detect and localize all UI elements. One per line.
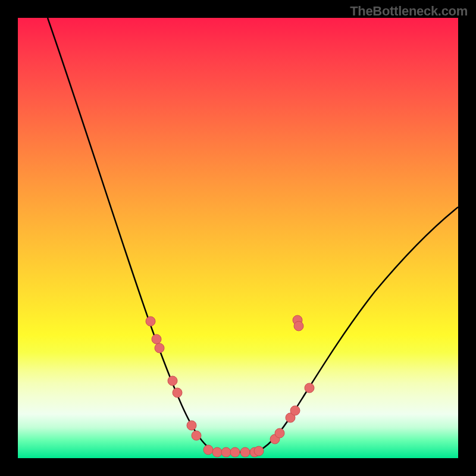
data-point bbox=[221, 447, 231, 457]
data-point bbox=[146, 317, 155, 326]
data-point bbox=[187, 421, 196, 430]
data-point bbox=[305, 383, 314, 393]
data-point bbox=[254, 446, 264, 456]
chart-svg bbox=[18, 18, 458, 458]
plot-area bbox=[18, 18, 458, 458]
data-point bbox=[294, 321, 303, 331]
data-point bbox=[230, 447, 240, 457]
bottleneck-curve bbox=[48, 18, 458, 452]
data-points-group bbox=[146, 315, 314, 457]
data-point bbox=[275, 428, 284, 438]
data-point bbox=[203, 445, 213, 455]
data-point bbox=[155, 343, 164, 353]
data-point bbox=[212, 447, 222, 457]
data-point bbox=[290, 406, 300, 415]
data-point bbox=[173, 388, 182, 397]
data-point bbox=[192, 431, 201, 440]
data-point bbox=[168, 376, 177, 386]
watermark-text: TheBottleneck.com bbox=[350, 4, 468, 19]
data-point bbox=[240, 447, 250, 457]
data-point bbox=[152, 334, 161, 344]
